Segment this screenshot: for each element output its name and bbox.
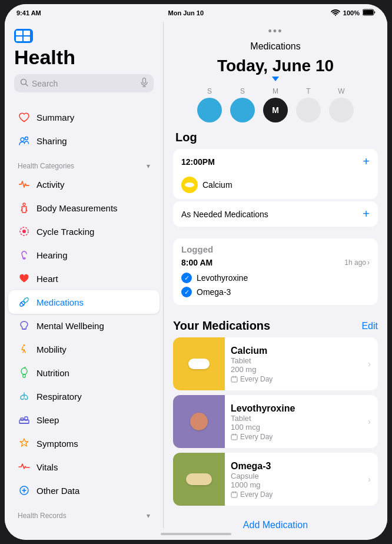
med-name-omega3: Omega-3	[231, 461, 355, 472]
log-plus-btn[interactable]: +	[363, 155, 370, 168]
sidebar-item-mental[interactable]: Mental Wellbeing	[8, 314, 160, 337]
sidebar-item-sleep[interactable]: Sleep	[8, 408, 160, 432]
logged-time: 8:00 AM	[181, 258, 212, 267]
logged-section: Logged 8:00 AM 1h ago › ✓ Levothyroxine	[164, 238, 387, 314]
sidebar-item-add-account[interactable]: Add Account	[8, 522, 160, 528]
logged-med-2: Omega-3	[197, 287, 231, 297]
vitals-icon	[18, 460, 31, 473]
check-icon-1: ✓	[181, 273, 192, 283]
week-row: S S M M T	[164, 84, 387, 131]
your-meds-header: Your Medications Edit	[164, 319, 387, 333]
svg-point-8	[21, 138, 24, 141]
heart-icon	[18, 272, 31, 285]
log-med-row: Calcium	[173, 174, 378, 199]
logged-ago: 1h ago ›	[344, 258, 370, 267]
search-input[interactable]	[32, 79, 137, 88]
sidebar-item-body[interactable]: Body Measurements	[8, 196, 160, 220]
search-bar[interactable]	[14, 74, 154, 92]
med-schedule-text-levothyroxine: Every Day	[240, 433, 273, 441]
symptoms-label: Symptoms	[36, 439, 78, 449]
sidebar-item-activity[interactable]: Activity	[8, 173, 160, 196]
sidebar-item-vitals[interactable]: Vitals	[8, 455, 160, 479]
health-categories-section: Health Categories ▾	[5, 157, 163, 173]
nav-items: Summary Sharing	[5, 105, 163, 157]
day-col-w[interactable]: W	[327, 87, 356, 122]
day-letter: S	[207, 87, 212, 95]
sidebar-item-medications[interactable]: Medications	[8, 290, 160, 314]
day-letter: T	[306, 87, 310, 95]
svg-rect-37	[231, 492, 237, 497]
health-records-section: Health Records ▾	[5, 507, 163, 522]
sidebar-item-hearing[interactable]: Hearing	[8, 243, 160, 267]
log-card: 12:00PM + Calcium	[173, 149, 378, 199]
svg-rect-2	[363, 10, 373, 15]
status-right: 100%	[331, 9, 376, 17]
add-medication-btn[interactable]: Add Medication	[164, 510, 387, 528]
respiratory-icon	[18, 390, 31, 403]
sidebar-item-symptoms[interactable]: Symptoms	[8, 432, 160, 455]
med-card-omega3[interactable]: Omega-3 Capsule 1000 mg Every Day ›	[173, 453, 378, 506]
page-title: Medications	[164, 40, 387, 53]
med-info-calcium: Calcium Tablet 200 mg Every Day	[225, 337, 361, 390]
med-dose-omega3: 1000 mg	[231, 480, 355, 489]
day-col-m[interactable]: M M	[261, 87, 290, 122]
nutrition-icon	[18, 366, 31, 379]
med-dose-levothyroxine: 100 mcg	[231, 423, 355, 432]
edit-btn[interactable]: Edit	[361, 321, 378, 331]
as-needed-card: As Needed Medications +	[173, 201, 378, 227]
as-needed-plus-btn[interactable]: +	[363, 207, 370, 221]
mobility-icon	[18, 343, 31, 356]
sidebar-item-mobility[interactable]: Mobility	[8, 337, 160, 361]
health-records-chevron[interactable]: ▾	[147, 512, 150, 520]
day-circle	[197, 98, 222, 122]
med-card-calcium[interactable]: Calcium Tablet 200 mg Every Day ›	[173, 337, 378, 390]
sidebar-item-respiratory[interactable]: Respiratory	[8, 384, 160, 408]
sidebar-item-cycle[interactable]: Cycle Tracking	[8, 220, 160, 243]
other-icon	[18, 484, 31, 497]
svg-rect-31	[231, 377, 237, 382]
cycle-label: Cycle Tracking	[36, 227, 94, 237]
chevron-right: ›	[367, 258, 370, 267]
sidebar-item-heart[interactable]: Heart	[8, 267, 160, 290]
other-label: Other Data	[36, 486, 79, 496]
app-icon	[14, 29, 33, 43]
svg-point-10	[23, 203, 25, 205]
sleep-icon	[18, 413, 31, 426]
svg-point-16	[22, 297, 29, 304]
med-chevron-levothyroxine: ›	[361, 395, 378, 448]
svg-rect-19	[23, 374, 25, 377]
status-time: 9:41 AM	[16, 9, 41, 16]
health-categories-label: Health Categories	[18, 162, 74, 170]
summary-label: Summary	[36, 112, 74, 122]
sidebar-item-other[interactable]: Other Data	[8, 479, 160, 502]
day-col-s2[interactable]: S	[228, 87, 257, 122]
pill-levothyroxine	[190, 413, 208, 430]
day-col-t[interactable]: T	[294, 87, 323, 122]
cycle-icon	[18, 225, 31, 238]
svg-point-18	[24, 344, 25, 346]
summary-icon	[18, 111, 31, 124]
med-type-omega3: Capsule	[231, 472, 355, 480]
sidebar-item-sharing[interactable]: Sharing	[8, 129, 160, 152]
day-col-s1[interactable]: S	[195, 87, 224, 122]
home-indicator	[5, 528, 387, 540]
battery-icon	[363, 9, 376, 17]
med-card-levothyroxine[interactable]: Levothyroxine Tablet 100 mcg Every Day ›	[173, 395, 378, 448]
day-circle	[230, 98, 255, 122]
mental-icon	[18, 319, 31, 332]
sidebar-item-nutrition[interactable]: Nutrition	[8, 361, 160, 384]
logged-header: Logged	[181, 244, 370, 254]
heart-label: Heart	[36, 274, 58, 284]
logged-title: Logged	[181, 244, 213, 254]
sidebar-title: Health	[14, 47, 154, 68]
med-info-levothyroxine: Levothyroxine Tablet 100 mcg Every Day	[225, 395, 361, 448]
health-categories-chevron[interactable]: ▾	[147, 162, 150, 170]
your-meds-title: Your Medications	[173, 319, 270, 333]
sleep-label: Sleep	[36, 415, 59, 425]
mic-icon	[141, 78, 148, 89]
check-icon-2: ✓	[181, 287, 192, 297]
med-thumb-levothyroxine	[173, 395, 225, 448]
med-thumb-calcium	[173, 337, 225, 390]
sidebar-item-summary[interactable]: Summary	[8, 105, 160, 129]
day-letter: M	[273, 87, 278, 95]
